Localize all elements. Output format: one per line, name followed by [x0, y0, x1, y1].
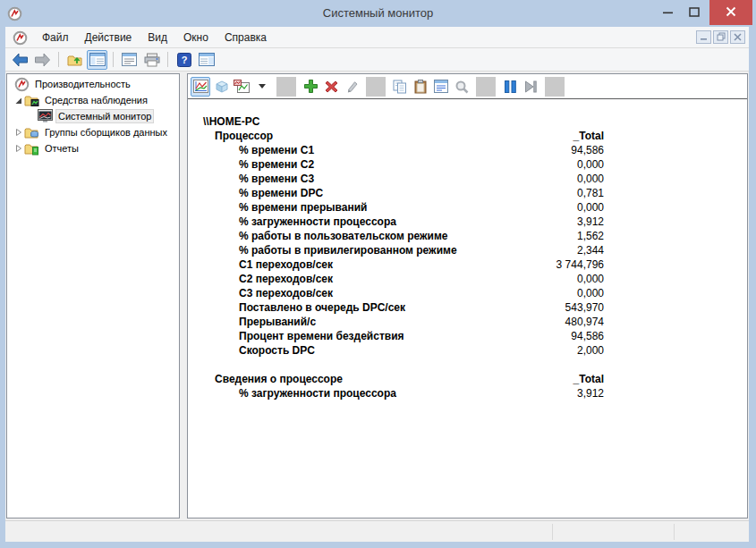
change-graph-type-icon[interactable]: [232, 77, 251, 97]
counter-value: 480,974: [565, 316, 604, 328]
report-row: % загруженности процессора 3,912: [188, 215, 747, 230]
close-button[interactable]: [709, 0, 752, 25]
report-row: Сведения о процессоре _Total: [188, 373, 747, 387]
graph-type-dropdown-icon[interactable]: [252, 77, 272, 97]
menu-help[interactable]: Справка: [217, 29, 275, 46]
help-icon[interactable]: ?: [174, 50, 194, 70]
counter-value: 0,000: [577, 158, 604, 171]
report-row: Поставлено в очередь DPC/сек 543,970: [188, 301, 747, 316]
mdi-restore-button[interactable]: [713, 30, 728, 44]
show-console-tree-icon[interactable]: [87, 50, 107, 70]
show-action-pane-icon[interactable]: [196, 50, 217, 70]
counter-label: % работы в пользовательском режиме: [188, 230, 448, 242]
tree-item-data-collector-sets[interactable]: Группы сборщиков данных: [7, 124, 179, 140]
minimize-button[interactable]: [654, 0, 681, 25]
tree-expander-icon[interactable]: [14, 144, 24, 153]
counter-value: 2,000: [577, 344, 604, 357]
report-row: [188, 358, 747, 373]
tree-item-icon: [24, 93, 39, 107]
statusbar: [5, 520, 749, 542]
view-current-activity-icon[interactable]: [191, 77, 210, 97]
counter-value: 2,344: [577, 244, 604, 257]
statusbar-separator: [552, 524, 553, 540]
tree-item-monitoring-tools[interactable]: Средства наблюдения: [7, 92, 179, 108]
counter-label: % работы в привилегированном режиме: [188, 244, 457, 257]
counter-label: % загруженности процессора: [188, 387, 396, 400]
report-toolbar: [188, 74, 747, 99]
zoom-icon[interactable]: [452, 77, 471, 97]
counter-value: 94,586: [571, 144, 604, 156]
tree-item-label: Системный монитор: [55, 109, 154, 123]
add-counter-icon[interactable]: [301, 77, 320, 97]
print-icon[interactable]: [141, 50, 162, 70]
tree-item-label: Группы сборщиков данных: [42, 125, 170, 139]
report-row: C2 переходов/сек 0,000: [188, 273, 747, 287]
back-icon[interactable]: [10, 50, 30, 70]
counter-value: _Total: [573, 373, 604, 385]
workspace: Производительность Средства наблюдения С…: [5, 72, 749, 520]
forward-icon[interactable]: [32, 50, 53, 70]
tree-item-label: Средства наблюдения: [42, 93, 150, 107]
counter-label: % загруженности процессора: [188, 215, 396, 228]
counter-label: Сведения о процессоре: [188, 373, 343, 385]
app-window: Системный монитор ФайлДействиеВидОкноСпр…: [0, 0, 756, 548]
counter-label: Прерываний/с: [188, 316, 316, 328]
counter-value: 0,000: [577, 273, 604, 285]
console-tree: Производительность Средства наблюдения С…: [7, 74, 179, 156]
report-row: Прерываний/с 480,974: [188, 316, 747, 330]
counter-label: Поставлено в очередь DPC/сек: [188, 301, 405, 314]
report-row: % работы в привилегированном режиме 2,34…: [188, 244, 747, 258]
pause-icon[interactable]: [500, 77, 520, 97]
counter-value: 0,000: [577, 173, 604, 185]
tree-expander-icon[interactable]: [14, 128, 24, 137]
tree-item-reports[interactable]: Отчеты: [7, 140, 179, 156]
mdi-close-button[interactable]: [730, 30, 745, 44]
svg-text:?: ?: [181, 55, 187, 65]
toolbar-separator: [545, 77, 565, 97]
highlight-icon[interactable]: [342, 77, 361, 97]
report-row: % времени C3 0,000: [188, 173, 747, 187]
counter-label: C1 переходов/сек: [188, 258, 333, 271]
properties-icon[interactable]: [431, 77, 451, 97]
report-pane: \\HOME-PC Процессор _Total % времени C1 …: [187, 73, 748, 518]
menu-window[interactable]: Окно: [175, 29, 217, 46]
counter-value: 0,000: [577, 287, 604, 299]
menu-action[interactable]: Действие: [77, 29, 140, 46]
up-one-level-icon[interactable]: [64, 50, 85, 70]
titlebar: Системный монитор: [0, 0, 756, 27]
mdi-minimize-button[interactable]: [696, 30, 711, 44]
mdi-controls: [696, 30, 745, 44]
menu-file[interactable]: Файл: [34, 29, 77, 46]
tree-expander-icon[interactable]: [14, 96, 24, 105]
update-data-icon[interactable]: [521, 77, 540, 97]
mmc-toolbar: ?: [5, 48, 749, 72]
counter-label: Скорость DPC: [188, 344, 315, 357]
tree-item-icon: [38, 109, 53, 123]
counter-label: % времени DPC: [188, 187, 323, 199]
maximize-button[interactable]: [681, 0, 708, 25]
tree-item-icon: [24, 125, 39, 139]
menu-view[interactable]: Вид: [140, 29, 175, 46]
tree-item-performance[interactable]: Производительность: [7, 76, 179, 92]
counter-value: 94,586: [571, 330, 604, 342]
delete-counter-icon[interactable]: [321, 77, 341, 97]
console-tree-pane: Производительность Средства наблюдения С…: [6, 73, 180, 518]
statusbar-separator: [674, 524, 675, 540]
tree-item-label: Отчеты: [42, 141, 81, 156]
toolbar-separator: [113, 52, 114, 67]
export-list-icon[interactable]: [119, 50, 140, 70]
copy-properties-icon[interactable]: [390, 77, 410, 97]
counter-label: % времени C1: [188, 144, 314, 156]
counter-label: % времени прерываний: [188, 201, 367, 214]
report-row: C1 переходов/сек 3 744,796: [188, 258, 747, 273]
window-title: Системный монитор: [0, 0, 756, 27]
tree-item-performance-monitor[interactable]: Системный монитор: [7, 108, 179, 124]
counter-value: 3,912: [577, 387, 604, 400]
paste-counter-list-icon[interactable]: [411, 77, 430, 97]
menu-items: ФайлДействиеВидОкноСправка: [34, 29, 275, 46]
report-row: % загруженности процессора 3,912: [188, 387, 747, 401]
toolbar-separator: [58, 52, 59, 67]
counter-value: 0,000: [577, 201, 604, 214]
view-log-data-icon[interactable]: [211, 77, 231, 97]
counter-label: % времени C3: [188, 173, 314, 185]
